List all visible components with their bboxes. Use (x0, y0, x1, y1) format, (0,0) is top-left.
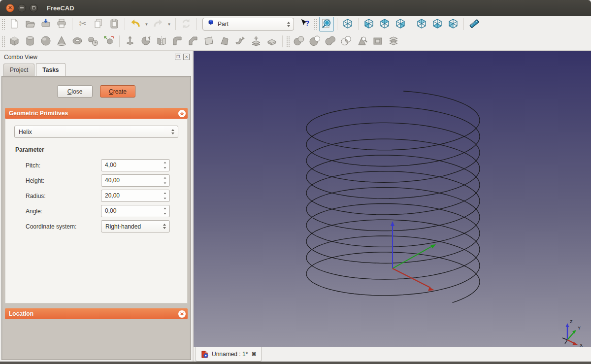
maximize-icon (32, 6, 35, 9)
view-left-button[interactable] (446, 17, 460, 32)
create-primitives-button[interactable] (86, 34, 100, 49)
ruled-surface-button[interactable] (201, 34, 216, 49)
angle-value: 0,00 (101, 205, 169, 217)
redo-dropdown-button[interactable]: ▼ (166, 17, 172, 32)
spin-down-button[interactable] (161, 196, 169, 201)
offset-button[interactable] (249, 34, 263, 49)
spin-up-button[interactable] (161, 175, 169, 181)
primitive-selector[interactable]: Helix (14, 126, 178, 138)
create-button[interactable]: Create (100, 85, 135, 98)
workbench-selector[interactable]: Part (202, 18, 294, 31)
paste-button[interactable] (107, 17, 122, 32)
angle-spinbox[interactable]: 0,00 (101, 205, 170, 217)
print-button[interactable] (54, 17, 69, 32)
angle-label: Angle: (26, 208, 101, 215)
view-rear-button[interactable] (414, 17, 429, 32)
shape-builder-button[interactable] (101, 34, 116, 49)
close-button[interactable]: Close (57, 85, 93, 98)
spin-down-button[interactable] (161, 181, 169, 186)
cross-sections-icon (388, 35, 399, 48)
window-minimize-button[interactable] (18, 4, 26, 12)
3d-viewport[interactable]: ZYX (194, 51, 591, 347)
panel-close-button[interactable]: ✕ (183, 54, 190, 60)
cylinder-button[interactable] (23, 34, 37, 49)
save-document-button[interactable] (38, 17, 53, 32)
tab-project[interactable]: Project (3, 64, 34, 76)
refresh-button[interactable] (179, 17, 194, 32)
mirror-icon (156, 35, 167, 48)
toolbar-separator (72, 18, 72, 30)
combo-view-header: Combo View ❐ ✕ (0, 51, 193, 63)
3d-scene[interactable]: ZYX (194, 51, 591, 347)
view-top-button[interactable] (377, 17, 392, 32)
cone-button[interactable] (54, 34, 69, 49)
document-tab-bar: Unnamed : 1* ✖ (194, 347, 591, 362)
undo-dropdown-button[interactable]: ▼ (143, 17, 150, 32)
tab-close-icon[interactable]: ✖ (251, 351, 256, 358)
view-left-icon (447, 18, 459, 31)
view-bottom-button[interactable] (430, 17, 445, 32)
copy-button[interactable] (91, 17, 106, 32)
toolbar-handle (314, 19, 317, 30)
radius-spinbox[interactable]: 20,00 (101, 190, 170, 202)
panel-float-button[interactable]: ❐ (175, 54, 181, 60)
tab-tasks[interactable]: Tasks (36, 63, 65, 76)
whats-this-button[interactable]: ? (297, 17, 312, 32)
pitch-spinbox[interactable]: 4,00 (101, 159, 170, 171)
collapse-up-icon[interactable] (178, 110, 186, 117)
height-spinbox[interactable]: 40,00 (101, 174, 170, 187)
document-tab[interactable]: Unnamed : 1* ✖ (196, 347, 262, 362)
spin-up-button[interactable] (161, 160, 169, 165)
cut-button[interactable]: ✂ (75, 17, 90, 32)
fillet-icon (171, 35, 183, 48)
ruled-surface-icon (203, 35, 215, 48)
boolean-button[interactable] (292, 34, 306, 49)
redo-button[interactable] (151, 17, 165, 32)
coordinate-system-selector[interactable]: Right-handed (101, 220, 170, 232)
copy-icon (93, 18, 104, 31)
spin-up-button[interactable] (161, 206, 169, 211)
spin-down-button[interactable] (161, 211, 169, 217)
loft-button[interactable] (217, 34, 232, 49)
window-maximize-button[interactable] (30, 4, 38, 12)
geometric-primitives-header[interactable]: Geometric Primitives (5, 108, 188, 119)
location-header[interactable]: Location (5, 308, 188, 319)
new-document-button[interactable] (7, 17, 22, 32)
undo-button[interactable] (128, 17, 143, 32)
collapse-down-icon[interactable] (178, 310, 186, 318)
spin-down-button[interactable] (161, 165, 169, 171)
thickness-icon (266, 35, 278, 48)
whats-this-icon: ? (299, 18, 311, 31)
boolean-common-icon (340, 35, 352, 48)
view-rear-icon (416, 18, 427, 31)
view-right-button[interactable] (393, 17, 408, 32)
cross-sections-button[interactable] (386, 34, 401, 49)
toolbar-separator (411, 18, 411, 30)
boolean-common-button[interactable] (339, 34, 354, 49)
sphere-button[interactable] (38, 34, 53, 49)
thickness-button[interactable] (264, 34, 279, 49)
box-button[interactable] (7, 34, 22, 49)
pitch-label: Pitch: (26, 162, 101, 169)
sweep-button[interactable] (233, 34, 248, 49)
section-button[interactable] (355, 34, 369, 49)
param-row-pitch: Pitch: 4,00 (14, 159, 178, 171)
fit-all-button[interactable] (319, 17, 334, 32)
save-document-icon (40, 18, 52, 31)
fillet-button[interactable] (170, 34, 185, 49)
extrude-button[interactable] (123, 34, 137, 49)
spin-up-button[interactable] (161, 191, 169, 196)
torus-button[interactable] (70, 34, 85, 49)
revolve-button[interactable] (138, 34, 153, 49)
boolean-union-button[interactable] (323, 34, 338, 49)
view-axonometric-button[interactable] (340, 17, 355, 32)
measure-linear-button[interactable] (467, 17, 482, 32)
view-front-button[interactable] (361, 17, 376, 32)
panel-title: Combo View (4, 54, 37, 61)
window-close-button[interactable]: ✕ (6, 4, 14, 12)
chamfer-button[interactable] (186, 34, 200, 49)
mirror-button[interactable] (154, 34, 169, 49)
boolean-cut-button[interactable] (307, 34, 322, 49)
open-document-button[interactable] (23, 17, 37, 32)
compound-button[interactable] (370, 34, 385, 49)
